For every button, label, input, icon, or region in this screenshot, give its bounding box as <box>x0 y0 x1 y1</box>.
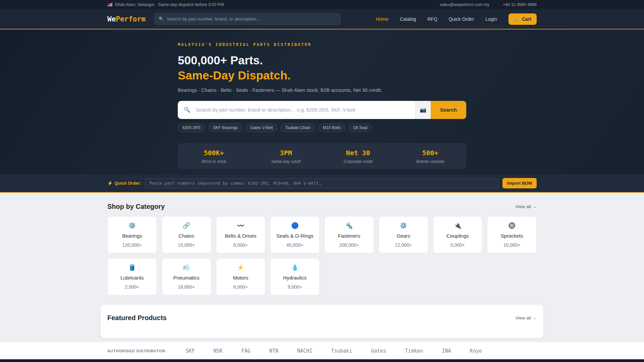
brand-timken: Timken <box>405 348 423 354</box>
brand-nachi: NACHI <box>297 348 312 354</box>
category-count: 45,000+ <box>272 242 317 248</box>
main-nav: Home Catalog RFQ Quick Order Login 🛒 Car… <box>376 13 537 25</box>
wavy-dash-icon: 〰️ <box>218 223 263 229</box>
authorised-brands-bar: AUTHORISED DISTRIBUTOR: SKF NSK FAG NTN … <box>0 342 644 359</box>
category-grid: ⚙️ Bearings 120,000+ 🔗 Chains 15,000+ 〰️… <box>107 216 537 295</box>
stat-label: Brands stocked <box>394 159 466 164</box>
category-name: Chains <box>164 233 209 239</box>
radio-button-icon: 🔘 <box>489 223 534 229</box>
stat-label: SKUs in stock <box>178 159 250 164</box>
nav-quick-order[interactable]: Quick Order <box>449 16 474 22</box>
site-header: WePerform 🔍 Home Catalog RFQ Quick Order… <box>0 9 644 29</box>
image-search-button[interactable]: 📷 <box>415 101 431 119</box>
featured-heading: Featured Products <box>107 314 167 322</box>
category-count: 6,000+ <box>218 284 263 290</box>
category-count: 5,000+ <box>435 242 480 248</box>
header-search: 🔍 <box>154 13 340 25</box>
lightning-icon: ⚡ <box>218 264 263 270</box>
category-name: Pneumatics <box>164 275 209 281</box>
stat-value: Net 30 <box>322 149 394 157</box>
featured-view-all-link[interactable]: View all → <box>515 315 537 320</box>
oil-drum-icon: 🛢️ <box>110 264 155 270</box>
cart-button[interactable]: 🛒 Cart <box>508 13 537 25</box>
footer-top-edge <box>0 359 644 362</box>
category-name: Lubricants <box>110 275 155 281</box>
chip-tsubaki-chain[interactable]: Tsubaki Chain <box>280 123 315 132</box>
search-button[interactable]: Search <box>431 101 466 119</box>
category-card-chains[interactable]: 🔗 Chains 15,000+ <box>162 216 211 253</box>
hero-section: MALAYSIA'S INDUSTRIAL PARTS DISTRIBUTOR … <box>0 29 644 174</box>
stat-skus: 500K+ SKUs in stock <box>178 149 250 164</box>
quick-order-input[interactable] <box>145 178 498 188</box>
category-name: Belts & Drives <box>218 233 263 239</box>
nav-catalog[interactable]: Catalog <box>400 16 416 22</box>
hero-search-input[interactable] <box>193 101 415 119</box>
quick-order-label-text: Quick Order: <box>114 181 141 186</box>
hero-search-bar: 🔍 📷 Search <box>178 101 466 119</box>
top-utility-bar: 🇲🇾 Shah Alam, Selangor · Same-day dispat… <box>0 0 644 9</box>
category-card-hydraulics[interactable]: 💧 Hydraulics 9,000+ <box>270 258 320 295</box>
featured-products-panel: Featured Products View all → <box>101 305 543 338</box>
chip-gates-v-belt[interactable]: Gates V-Belt <box>246 123 277 132</box>
import-bom-button[interactable]: Import BOM <box>502 178 537 188</box>
stat-label: Corporate credit <box>322 159 394 164</box>
category-card-couplings[interactable]: 🔌 Couplings 5,000+ <box>433 216 483 253</box>
category-count: 2,000+ <box>110 284 155 290</box>
search-icon: 🔍 <box>178 101 193 119</box>
location-text: Shah Alam, Selangor · Same-day dispatch … <box>115 2 224 7</box>
category-count: 18,000+ <box>164 284 209 290</box>
hero-title-line2: Same-Day Dispatch. <box>178 69 291 82</box>
camera-icon: 📷 <box>420 107 427 113</box>
logo-perform: Perform <box>116 15 146 23</box>
stats-panel: 500K+ SKUs in stock 3PM Same-day cutoff … <box>178 143 466 169</box>
category-name: Gears <box>381 233 426 239</box>
stat-value: 3PM <box>250 149 322 157</box>
category-card-pneumatics[interactable]: 💨 Pneumatics 18,000+ <box>162 258 211 295</box>
lightning-icon: ⚡ <box>107 181 113 186</box>
hero-title-line1: 500,000+ Parts. <box>178 54 263 67</box>
category-card-belts-drives[interactable]: 〰️ Belts & Drives 8,000+ <box>216 216 266 253</box>
nav-rfq[interactable]: RFQ <box>427 16 437 22</box>
gear-icon: ⚙️ <box>110 223 155 229</box>
logo-we: We <box>107 15 116 23</box>
category-card-bearings[interactable]: ⚙️ Bearings 120,000+ <box>107 216 157 253</box>
brand-skf: SKF <box>185 348 195 354</box>
brand-fag: FAG <box>241 348 251 354</box>
plug-icon: 🔌 <box>435 223 480 229</box>
brand-ntn: NTN <box>269 348 278 354</box>
category-name: Couplings <box>435 233 480 239</box>
stat-value: 500+ <box>394 149 466 157</box>
chip-m10-bolts[interactable]: M10 Bolts <box>318 123 345 132</box>
chip-skf-bearings[interactable]: SKF Bearings <box>208 123 243 132</box>
popular-search-chips: 6205-2RS SKF Bearings Gates V-Belt Tsuba… <box>178 123 466 132</box>
category-card-fasteners[interactable]: 🔩 Fasteners 200,000+ <box>324 216 374 253</box>
hero-title: 500,000+ Parts. Same-Day Dispatch. <box>178 53 466 83</box>
category-card-motors[interactable]: ⚡ Motors 6,000+ <box>216 258 266 295</box>
category-card-lubricants[interactable]: 🛢️ Lubricants 2,000+ <box>107 258 157 295</box>
category-card-gears[interactable]: ⚙️ Gears 12,000+ <box>379 216 428 253</box>
category-card-seals-orings[interactable]: 🔵 Seals & O-Rings 45,000+ <box>270 216 320 253</box>
stat-label: Same-day cutoff <box>250 159 322 164</box>
dispatch-location: 🇲🇾 Shah Alam, Selangor · Same-day dispat… <box>107 2 224 7</box>
phone-link[interactable]: +60 11-3560 4896 <box>503 2 537 7</box>
brand-ina: INA <box>442 348 451 354</box>
header-search-input[interactable] <box>167 16 336 21</box>
email-link[interactable]: sales@weperform.com.my <box>440 2 489 7</box>
brands-label: AUTHORISED DISTRIBUTOR: <box>107 349 167 353</box>
category-card-sprockets[interactable]: 🔘 Sprockets 10,000+ <box>487 216 537 253</box>
chip-6205-2rs[interactable]: 6205-2RS <box>178 123 205 132</box>
nav-login[interactable]: Login <box>485 16 497 22</box>
stat-credit: Net 30 Corporate credit <box>322 149 394 164</box>
category-name: Seals & O-Rings <box>272 233 317 239</box>
logo[interactable]: WePerform <box>107 15 146 23</box>
categories-view-all-link[interactable]: View all → <box>515 204 537 209</box>
category-name: Fasteners <box>327 233 372 239</box>
nav-home[interactable]: Home <box>376 16 388 22</box>
gear-icon: ⚙️ <box>381 223 426 229</box>
chip-oil-seal[interactable]: Oil Seal <box>348 123 372 132</box>
category-name: Motors <box>218 275 263 281</box>
brand-koyo: Koyo <box>470 348 482 354</box>
quick-order-bar: ⚡ Quick Order: Import BOM <box>0 174 644 193</box>
category-count: 200,000+ <box>327 242 372 248</box>
category-count: 9,000+ <box>272 284 317 290</box>
